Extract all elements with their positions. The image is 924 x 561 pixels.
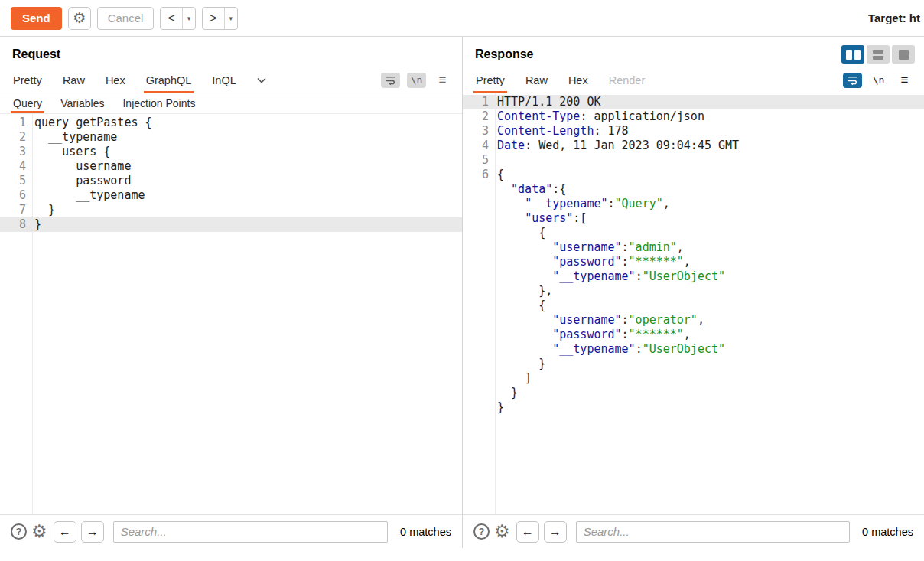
request-tab-inql[interactable]: InQL: [212, 67, 236, 93]
search-previous-button[interactable]: ←: [516, 521, 539, 543]
editor-menu-icon[interactable]: ≡: [895, 73, 914, 88]
line-number: 3: [0, 145, 32, 159]
code-line[interactable]: "users":[: [463, 211, 924, 226]
code-line[interactable]: {: [463, 226, 924, 240]
search-settings-icon[interactable]: ⚙: [31, 523, 47, 540]
two-rows-layout-icon[interactable]: [867, 45, 890, 64]
line-number: 6: [463, 168, 495, 182]
code-line[interactable]: "__typename":"Query",: [463, 197, 924, 211]
response-tab-pretty[interactable]: Pretty: [476, 67, 505, 93]
response-header: Response: [463, 37, 924, 67]
code-line[interactable]: "password":"******",: [463, 328, 924, 342]
code-text: }: [495, 386, 924, 400]
code-line[interactable]: 5 password: [0, 174, 462, 188]
code-text: }: [495, 357, 924, 371]
subtab-query[interactable]: Query: [13, 93, 42, 113]
code-line[interactable]: "__typename":"UserObject": [463, 342, 924, 357]
code-line[interactable]: "username":"operator",: [463, 313, 924, 328]
line-number: [463, 182, 495, 197]
line-number: 1: [463, 95, 495, 109]
code-text: [495, 153, 924, 168]
line-number: 7: [0, 203, 32, 217]
code-text: query getPastes {: [32, 116, 462, 130]
response-panel: Response Pretty Raw Hex Render: [463, 37, 924, 548]
search-next-button[interactable]: →: [544, 521, 567, 543]
word-wrap-icon[interactable]: [843, 73, 862, 88]
line-number: [463, 357, 495, 371]
chevron-down-icon[interactable]: [257, 67, 266, 93]
code-line[interactable]: 1HTTP/1.1 200 OK: [463, 95, 924, 109]
code-line[interactable]: 4 username: [0, 159, 462, 174]
code-line[interactable]: {: [463, 298, 924, 313]
single-pane-layout-icon[interactable]: [892, 45, 915, 64]
line-number: [463, 328, 495, 342]
two-columns-layout-icon[interactable]: [841, 45, 864, 64]
code-line[interactable]: 1query getPastes {: [0, 116, 462, 130]
help-icon[interactable]: ?: [473, 523, 490, 540]
code-line[interactable]: 3 users {: [0, 145, 462, 159]
show-newlines-icon[interactable]: \n: [869, 73, 888, 88]
cancel-button[interactable]: Cancel: [97, 7, 155, 30]
response-tab-bar: Pretty Raw Hex Render \n ≡: [463, 67, 924, 93]
code-text: {: [495, 298, 924, 313]
code-line[interactable]: "password":"******",: [463, 255, 924, 269]
subtab-injection-points[interactable]: Injection Points: [122, 93, 195, 113]
code-line[interactable]: "__typename":"UserObject": [463, 269, 924, 284]
code-text: "username":"admin",: [495, 240, 924, 255]
request-tab-raw[interactable]: Raw: [63, 67, 85, 93]
request-tab-pretty[interactable]: Pretty: [13, 67, 42, 93]
code-text: }: [32, 203, 462, 217]
word-wrap-icon[interactable]: [381, 73, 400, 88]
line-number: 4: [0, 159, 32, 174]
search-previous-button[interactable]: ←: [54, 521, 76, 543]
code-line[interactable]: 5: [463, 153, 924, 168]
editor-menu-icon[interactable]: ≡: [433, 73, 452, 88]
request-editor[interactable]: 1query getPastes {2 __typename3 users {4…: [0, 114, 462, 514]
previous-request-button[interactable]: < ▾: [160, 7, 196, 30]
help-icon[interactable]: ?: [11, 523, 27, 540]
subtab-variables[interactable]: Variables: [60, 93, 104, 113]
code-line[interactable]: 6{: [463, 168, 924, 182]
response-editor[interactable]: 1HTTP/1.1 200 OK2Content-Type: applicati…: [463, 93, 924, 514]
search-settings-icon[interactable]: ⚙: [494, 523, 510, 540]
code-line[interactable]: 7 }: [0, 203, 462, 217]
code-line[interactable]: }: [463, 400, 924, 415]
search-next-button[interactable]: →: [81, 521, 104, 543]
response-editor-controls: \n ≡: [843, 67, 924, 93]
code-line[interactable]: ]: [463, 371, 924, 386]
code-text: {: [495, 226, 924, 240]
code-text: },: [495, 284, 924, 298]
send-settings-button[interactable]: ⚙: [68, 7, 91, 30]
next-request-button[interactable]: > ▾: [202, 7, 238, 30]
code-text: username: [32, 159, 462, 174]
code-line[interactable]: }: [463, 386, 924, 400]
code-line[interactable]: "data":{: [463, 182, 924, 197]
code-text: Date: Wed, 11 Jan 2023 09:04:45 GMT: [495, 139, 924, 153]
graphql-subtab-bar: Query Variables Injection Points: [0, 93, 462, 114]
line-number: 5: [0, 174, 32, 188]
code-line[interactable]: 2Content-Type: application/json: [463, 109, 924, 124]
code-line[interactable]: 4Date: Wed, 11 Jan 2023 09:04:45 GMT: [463, 139, 924, 153]
code-line[interactable]: 2 __typename: [0, 130, 462, 145]
request-panel: Request Pretty Raw Hex GraphQL InQL \n ≡…: [0, 37, 462, 548]
code-line[interactable]: }: [463, 357, 924, 371]
response-tab-hex[interactable]: Hex: [568, 67, 588, 93]
code-text: "__typename":"Query",: [495, 197, 924, 211]
code-line[interactable]: 8}: [0, 217, 462, 232]
chevron-down-icon[interactable]: ▾: [183, 15, 196, 22]
response-tab-raw[interactable]: Raw: [525, 67, 548, 93]
request-tab-hex[interactable]: Hex: [106, 67, 125, 93]
code-text: "password":"******",: [495, 328, 924, 342]
show-newlines-icon[interactable]: \n: [407, 73, 426, 88]
request-search-input[interactable]: [113, 521, 388, 543]
response-search-input[interactable]: [576, 521, 850, 543]
code-line[interactable]: },: [463, 284, 924, 298]
request-tab-graphql[interactable]: GraphQL: [146, 67, 192, 93]
send-button[interactable]: Send: [11, 7, 62, 30]
code-line[interactable]: "username":"admin",: [463, 240, 924, 255]
pane-square: [899, 50, 909, 60]
code-line[interactable]: 3Content-Length: 178: [463, 124, 924, 139]
chevron-down-icon[interactable]: ▾: [225, 15, 238, 22]
code-text: Content-Type: application/json: [495, 109, 924, 124]
code-line[interactable]: 6 __typename: [0, 188, 462, 203]
